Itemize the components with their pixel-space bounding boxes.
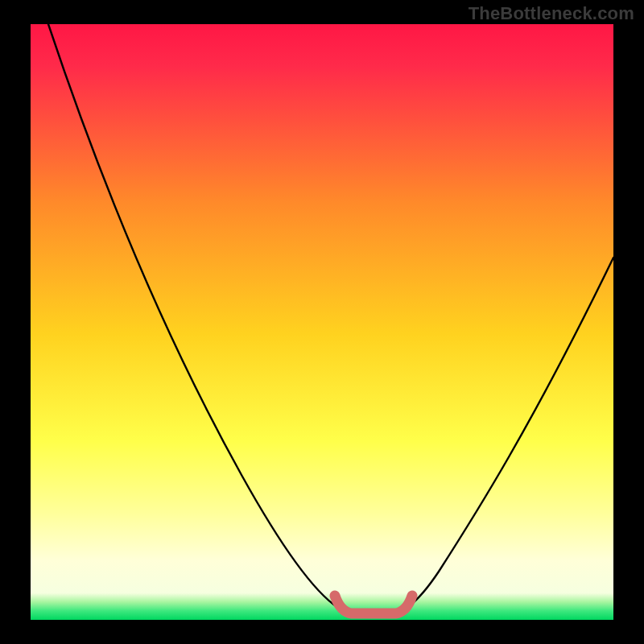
plot-area: [31, 24, 613, 620]
watermark-label: TheBottleneck.com: [469, 3, 634, 24]
bottleneck-chart: [0, 0, 644, 644]
chart-frame: TheBottleneck.com: [0, 0, 644, 644]
